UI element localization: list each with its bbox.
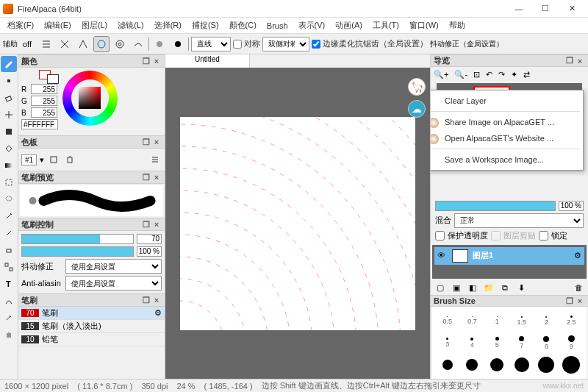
menu-color[interactable]: 顏色(C) [225,18,261,32]
snap-parallel-button[interactable] [38,36,54,52]
brush-size-cell[interactable]: 1 [484,310,509,332]
fill-tool[interactable] [1,124,17,140]
snap-radial-button[interactable] [93,36,110,52]
r-input[interactable] [31,84,57,94]
erase-select-tool[interactable] [1,242,17,258]
opacity-value[interactable]: 100 % [137,246,162,257]
shake-select[interactable]: 使用全局设置 [65,259,162,274]
add-swatch-button[interactable] [47,153,60,166]
hand-tool[interactable] [1,327,17,343]
brush-item[interactable]: 10铅笔 [18,333,165,346]
rotate-left-icon[interactable]: ↶ [486,70,492,79]
delete-layer-button[interactable]: 🗑 [572,281,585,294]
object-tool[interactable] [1,293,17,309]
visibility-icon[interactable]: 👁 [437,251,448,261]
bg-swatch[interactable] [47,74,59,84]
menu-window[interactable]: 窗口(W) [405,18,443,32]
dot-tool[interactable] [1,73,17,89]
text-tool[interactable]: T [1,276,17,292]
brush-size-cell[interactable] [484,354,509,376]
brush-size-cell[interactable]: 5 [484,332,509,354]
menu-filter[interactable]: 滤镜(L) [113,18,148,32]
brush-size-cell[interactable] [534,354,559,376]
brush-size-cell[interactable] [460,354,485,376]
brush-size-cell[interactable]: 0.5 [435,310,460,332]
brush-tool[interactable] [1,56,17,72]
protect-alpha-checkbox[interactable] [435,231,445,240]
undock-icon[interactable]: ❐ [141,57,151,66]
menu-edit[interactable]: 编辑(E) [40,18,76,32]
layer-opacity-slider[interactable] [435,201,556,211]
move-tool[interactable] [1,107,17,123]
brush-size-cell[interactable]: 2 [534,310,559,332]
new-layer-button[interactable]: ▢ [434,281,447,294]
lasso-tool[interactable] [1,191,17,207]
delete-swatch-button[interactable] [63,153,76,166]
aa-select[interactable]: 使用全局设置 [65,276,162,291]
swatch-preset[interactable]: #1 [21,154,37,165]
rotate-right-icon[interactable]: ↷ [498,70,505,79]
gear-icon[interactable]: ⚙ [574,251,581,260]
layer-opacity-value[interactable]: 100 % [559,201,584,211]
divide-tool[interactable] [1,259,17,275]
menu-layer[interactable]: 图层(L) [77,18,112,32]
select-rect-tool[interactable] [1,174,17,190]
canvas[interactable] [180,117,415,330]
hard-dot-icon[interactable] [170,36,186,52]
close-panel-icon[interactable]: × [151,57,162,65]
layer-item[interactable]: 👁 图层1 ⚙ [434,247,584,265]
brush-size-cell[interactable]: 1.5 [509,310,534,332]
blend-mode-select[interactable]: 正常 [454,213,584,228]
snap-cross-button[interactable] [57,36,73,52]
reset-icon[interactable]: ✦ [511,70,517,79]
duplicate-layer-button[interactable]: ⧉ [498,281,512,294]
soft-dot-icon[interactable] [151,36,168,52]
bucket-tool[interactable] [1,140,17,157]
brush-size-cell[interactable]: 3 [435,332,460,354]
brush-size-cell[interactable]: 9 [559,332,584,354]
ctx-clear-layer[interactable]: Clear Layer [430,93,583,109]
ctx-save-workspace[interactable]: Save a Workspace Image... [430,152,583,168]
zoom-in-icon[interactable]: 🔍+ [434,70,448,79]
brush-size-cell[interactable]: 0.7 [460,310,485,332]
cloud-icon[interactable]: ☁ [408,100,426,118]
snap-off-button[interactable]: off [20,36,36,52]
menu-view[interactable]: 表示(V) [294,18,330,32]
new-layer-1bit-button[interactable]: ◧ [466,281,479,294]
eraser-tool[interactable] [1,90,17,106]
merge-down-button[interactable]: ⬇ [514,281,528,294]
sv-square[interactable] [79,87,101,109]
pen-select-tool[interactable] [1,225,17,241]
new-folder-button[interactable]: 📁 [482,281,495,294]
color-wheel[interactable] [62,71,118,126]
brush-size-cell[interactable]: 2.5 [559,310,584,332]
menu-brush[interactable]: Brush [262,20,293,32]
brush-item[interactable]: 70笔刷⚙ [18,307,165,320]
gear-icon[interactable]: ⚙ [154,308,162,318]
brush-size-cell[interactable]: 4 [460,332,485,354]
line-style-select[interactable]: 直线 [191,37,231,51]
mirror-checkbox[interactable] [233,40,242,49]
menu-snap[interactable]: 捕捉(S) [187,18,223,32]
size-value[interactable]: 70 [137,234,162,244]
brush-size-cell[interactable] [509,354,534,376]
brush-size-cell[interactable] [559,354,584,376]
alpaca-icon[interactable]: 🦙 [408,78,426,96]
lock-checkbox[interactable] [539,231,548,240]
zoom-fit-icon[interactable]: ⊡ [473,70,480,79]
brush-size-cell[interactable]: 8 [534,332,559,354]
menu-anim[interactable]: 动画(A) [331,18,367,32]
new-layer-8bit-button[interactable]: ▣ [450,281,463,294]
b-input[interactable] [31,107,57,118]
hex-input[interactable] [21,119,58,129]
close-button[interactable]: ✕ [559,1,585,17]
wand-tool[interactable] [1,208,17,224]
menu-file[interactable]: 档案(F) [3,18,38,32]
ctx-share-alpacaget[interactable]: Share Image on AlpacaGET ... [430,114,583,130]
aa-checkbox[interactable] [312,40,320,49]
brush-size-cell[interactable] [435,354,460,376]
brush-size-cell[interactable]: 7 [509,332,534,354]
eyedropper-tool[interactable] [1,310,17,326]
ctx-open-alpacaget[interactable]: Open AlpacaGET's Website ... [430,130,583,146]
snap-vanish-button[interactable] [75,36,91,52]
